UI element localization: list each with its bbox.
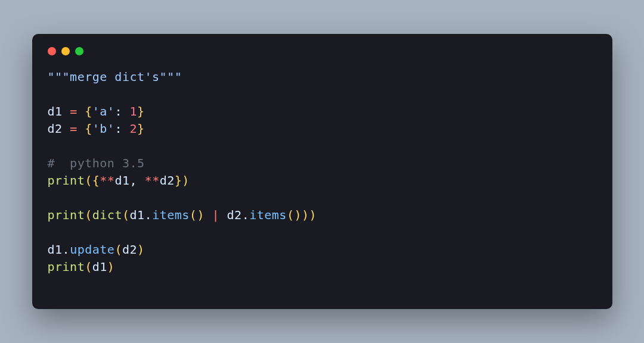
method-update: update (70, 242, 114, 257)
num-2: 2 (129, 121, 137, 136)
brace-close: } (175, 173, 182, 188)
colon: : (114, 104, 129, 119)
brace-open: { (85, 121, 92, 136)
var-d1-ref: d1 (129, 208, 144, 222)
paren-open: ( (122, 208, 130, 222)
var-d2-ref: d2 (160, 173, 175, 188)
paren-open: ( (114, 242, 122, 257)
comment-python-version: # python 3.5 (48, 156, 145, 170)
brace-close: } (137, 121, 145, 136)
paren-close: ) (107, 260, 115, 274)
brace-open: { (92, 173, 100, 188)
var-d2-ref: d2 (122, 242, 137, 257)
fn-print: print (48, 173, 85, 188)
docstring: """merge dict's""" (48, 70, 182, 84)
paren-open: ( (85, 208, 92, 222)
method-items: items (249, 208, 287, 222)
window-titlebar (48, 47, 597, 55)
brace-close: } (137, 104, 145, 119)
parens: () (287, 208, 302, 222)
var-d2: d2 (48, 121, 70, 136)
pipe-op: | (212, 208, 227, 222)
eq-op: = (70, 121, 85, 136)
paren-close: ) (137, 242, 145, 257)
fn-print: print (48, 260, 85, 274)
var-d1-ref: d1 (114, 173, 129, 188)
unpack-op: ** (100, 173, 114, 188)
comma: , (130, 173, 145, 188)
paren-open: ( (85, 260, 92, 274)
dict-key-b: 'b' (92, 121, 115, 136)
paren-close: ) (302, 208, 309, 222)
num-1: 1 (129, 104, 137, 119)
paren-close: ) (309, 208, 317, 222)
dot: . (145, 208, 153, 222)
unpack-op: ** (145, 173, 160, 188)
dot: . (242, 208, 250, 222)
var-d1-ref: d1 (92, 260, 107, 274)
eq-op: = (70, 104, 85, 119)
minimize-icon[interactable] (61, 47, 70, 55)
brace-open: { (85, 104, 92, 119)
method-items: items (152, 208, 190, 222)
var-d1: d1 (48, 104, 70, 119)
code-window: """merge dict's""" d1 = {'a': 1} d2 = {'… (32, 34, 612, 309)
var-d1-ref: d1 (48, 242, 63, 257)
colon: : (114, 121, 129, 136)
parens: () (190, 208, 212, 222)
paren-close: ) (182, 173, 190, 188)
paren-open: ( (85, 173, 92, 188)
maximize-icon[interactable] (75, 47, 83, 55)
var-d2-ref: d2 (227, 208, 242, 222)
dict-key-a: 'a' (92, 104, 115, 119)
fn-dict: dict (92, 208, 122, 222)
close-icon[interactable] (48, 47, 56, 55)
code-block: """merge dict's""" d1 = {'a': 1} d2 = {'… (48, 68, 597, 276)
fn-print: print (48, 208, 85, 222)
dot: . (63, 242, 70, 257)
